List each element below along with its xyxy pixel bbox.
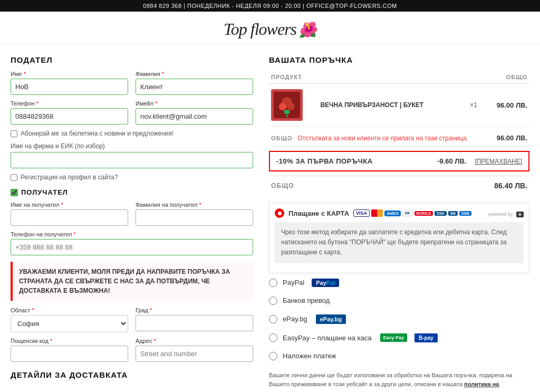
oblast-group: Област * София	[11, 307, 128, 332]
postal-group: Пощенски код *	[11, 338, 128, 362]
paypal-option: PayPal PayPal	[269, 275, 529, 290]
recipient-phone-row: Телефон на получател *	[11, 231, 253, 255]
recipient-name-group: Име на получател *	[11, 202, 128, 226]
cash-radio[interactable]	[269, 352, 277, 360]
logo: Top flowers🌺	[224, 20, 316, 39]
product-image	[274, 92, 300, 118]
phone-text: 0884 829 368	[143, 3, 181, 9]
dbb-logo: DBB	[459, 211, 471, 216]
bb-logo: BB	[448, 211, 458, 216]
oblast-label: Област *	[11, 307, 128, 313]
recipient-name-label: Име на получател *	[11, 202, 128, 208]
bpay-badge: B-pay	[414, 333, 438, 342]
email-label: Имейл *	[136, 100, 253, 107]
subtotal-label: ОБЩО	[271, 135, 292, 141]
card-radio[interactable]	[275, 208, 284, 218]
left-column: ПОДАТЕЛ Име * Фамилия * Телефон *	[11, 55, 253, 392]
email-text: OFFICE@TOP-FLOWERS.COM	[306, 3, 397, 9]
address-group: Адрес *	[136, 338, 253, 362]
phone-group: Телефон *	[11, 100, 128, 125]
paypal-badge: PayPal	[312, 279, 339, 287]
borica-powered-logo: B	[516, 212, 524, 217]
sender-title: ПОДАТЕЛ	[11, 55, 253, 64]
order-title: ВАШАТА ПОРЪЧКА	[269, 55, 529, 64]
recipient-checkbox[interactable]	[11, 189, 18, 196]
postal-label: Пощенски код *	[11, 338, 128, 344]
email-input[interactable]	[136, 108, 253, 125]
grad-label: Град *	[136, 307, 253, 313]
amex-logo: AMEX	[384, 211, 401, 216]
easypay-label: EasyPay – плащане на каса	[283, 334, 372, 342]
epay-radio[interactable]	[269, 315, 277, 323]
col-total: ОБЩО	[481, 71, 529, 84]
product-price-cell: 96.00 ЛВ.	[481, 84, 529, 127]
easypay-radio[interactable]	[269, 333, 277, 342]
surname-input[interactable]	[136, 79, 253, 95]
location-row: Област * София Град *	[11, 307, 253, 332]
epay-option: ePay.bg ePay.bg	[269, 311, 529, 327]
company-label: Име на фирма и ЕИК (по избор)	[11, 142, 253, 150]
card-info-box: Чрез този метод избирате да заплатите с …	[275, 222, 524, 263]
discount-amount: -9.60 ЛВ.	[437, 157, 466, 165]
powered-by: powered by B	[488, 209, 524, 217]
product-name: ВЕЧНА ПРИВЪРЗАНОСТ | БУКЕТ	[320, 101, 464, 109]
delivery-title: ДЕТАЙЛИ ЗА ДОСТАВКАТА	[11, 370, 253, 379]
email-group: Имейл *	[136, 100, 253, 125]
phone-label: Телефон *	[11, 100, 128, 107]
oblast-select[interactable]: София	[11, 315, 128, 332]
phone-input[interactable]	[11, 108, 128, 125]
surname-label: Фамилия *	[136, 71, 253, 77]
paypal-radio[interactable]	[269, 279, 277, 287]
order-table: ПРОДУКТ ОБЩО	[269, 71, 529, 127]
cash-label: Наложен платеж	[283, 352, 336, 360]
name-input[interactable]	[11, 79, 128, 95]
recipient-surname-input[interactable]	[136, 209, 253, 226]
svg-point-3	[287, 103, 295, 110]
grad-group: Град *	[136, 307, 253, 332]
discount-row: -10% ЗА ПЪРВА ПОРЪЧКА -9.60 ЛВ. [ПРЕМАХВ…	[269, 151, 529, 171]
recipient-phone-input[interactable]	[11, 239, 253, 255]
separator2: |	[303, 3, 306, 9]
register-label: Регистрация на профил в сайта?	[21, 174, 118, 181]
grad-input[interactable]	[136, 315, 253, 331]
total-row: ОБЩО 86.40 ЛВ.	[269, 176, 529, 195]
bank-label: Банков превод	[283, 297, 330, 304]
product-name-cell: ВЕЧНА ПРИВЪРЗАНОСТ | БУКЕТ	[318, 84, 466, 127]
recipient-name-row: Име на получател * Фамилия на получател …	[11, 202, 253, 226]
card-payment-label: Плащане с КАРТА	[288, 209, 349, 217]
total-label: ОБЩО	[271, 182, 294, 189]
address-input[interactable]	[136, 346, 253, 362]
subtotal-row: ОБЩО Отстъпката за нови клиенти се прила…	[269, 130, 529, 147]
warning-text: УВАЖАЕМИ КЛИЕНТИ, МОЛЯ ПРЕДИ ДА НАПРАВИТ…	[19, 268, 230, 294]
logo-flower-icon: 🌺	[298, 22, 316, 38]
register-checkbox[interactable]	[11, 174, 17, 181]
newsletter-label: Абонирай ме за бюлетина с новини и предл…	[21, 130, 173, 137]
epay-label: ePay.bg	[283, 315, 307, 323]
recipient-name-input[interactable]	[11, 209, 128, 226]
cash-option: Наложен платеж	[269, 349, 529, 364]
newsletter-row: Абонирай ме за бюлетина с новини и предл…	[11, 130, 253, 137]
product-qty-cell: ×1	[466, 84, 481, 127]
discount-right: -9.60 ЛВ. [ПРЕМАХВАНЕ]	[437, 157, 522, 165]
product-thumbnail	[271, 89, 303, 121]
postal-input[interactable]	[11, 346, 128, 362]
easypay-option: EasyPay – плащане на каса Easy Pay B-pay	[269, 330, 529, 346]
subtotal-amount: 96.00 ЛВ.	[497, 134, 527, 142]
remove-discount-button[interactable]: [ПРЕМАХВАНЕ]	[475, 158, 522, 165]
name-row: Име * Фамилия *	[11, 71, 253, 95]
bank-radio[interactable]	[269, 297, 277, 305]
card-info-text: Чрез този метод избирате да заплатите с …	[281, 228, 507, 256]
payment-section: Плащане с КАРТА VISA AMEX PP BORICA DSK …	[269, 203, 529, 364]
borika-logo: BORICA	[414, 211, 433, 216]
table-row: ВЕЧНА ПРИВЪРЗАНОСТ | БУКЕТ ×1 96.00 ЛВ.	[269, 84, 529, 127]
recipient-phone-label: Телефон на получател *	[11, 231, 253, 237]
mastercard-logo	[371, 209, 383, 217]
discount-tag: -10% ЗА ПЪРВА ПОРЪЧКА	[276, 157, 373, 165]
card-payment-header: Плащане с КАРТА VISA AMEX PP BORICA DSK …	[275, 208, 524, 218]
easypay-badge: Easy Pay	[380, 333, 408, 342]
header: Top flowers🌺	[0, 12, 540, 45]
surname-group: Фамилия *	[136, 71, 253, 95]
newsletter-checkbox[interactable]	[11, 130, 17, 137]
company-input[interactable]	[11, 152, 253, 168]
card-logos: VISA AMEX PP BORICA DSK BB DBB	[353, 209, 471, 217]
